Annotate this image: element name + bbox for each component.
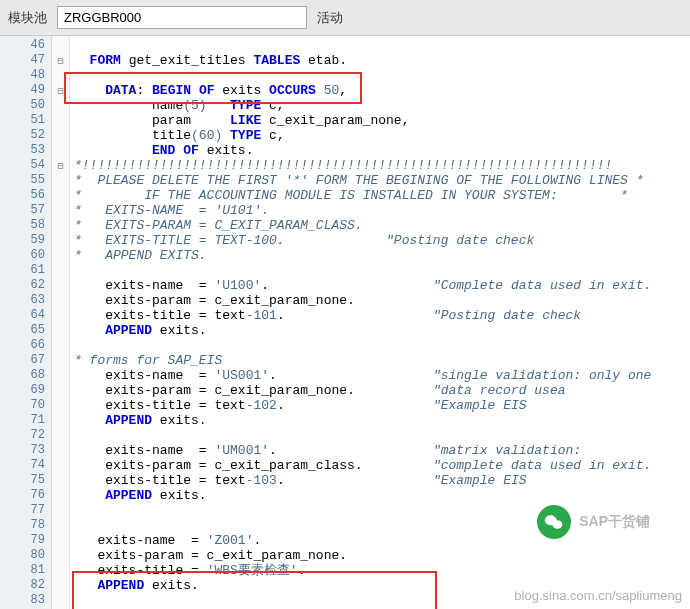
fold-marker[interactable] — [52, 323, 69, 338]
fold-marker[interactable] — [52, 518, 69, 533]
line-number: 66 — [0, 338, 51, 353]
fold-marker[interactable] — [52, 398, 69, 413]
fold-marker[interactable] — [52, 563, 69, 578]
line-number: 64 — [0, 308, 51, 323]
header-bar: 模块池 活动 — [0, 0, 690, 36]
fold-marker[interactable] — [52, 503, 69, 518]
code-line: exits-name = 'US001'. "single validation… — [70, 368, 690, 383]
fold-marker[interactable]: ⊟ — [52, 158, 69, 173]
code-line: * IF THE ACCOUNTING MODULE IS INSTALLED … — [70, 188, 690, 203]
fold-marker[interactable] — [52, 473, 69, 488]
line-number: 50 — [0, 98, 51, 113]
fold-column: ⊟⊟⊟ — [52, 36, 70, 609]
code-line — [70, 38, 690, 53]
code-line: exits-name = 'UM001'. "matrix validation… — [70, 443, 690, 458]
line-number-gutter: 4647484950515253545556575859606162636465… — [0, 36, 52, 609]
fold-marker[interactable] — [52, 368, 69, 383]
code-line — [70, 263, 690, 278]
line-number: 76 — [0, 488, 51, 503]
code-line: * EXITS-PARAM = C_EXIT_PARAM_CLASS. — [70, 218, 690, 233]
fold-marker[interactable] — [52, 173, 69, 188]
line-number: 77 — [0, 503, 51, 518]
line-number: 69 — [0, 383, 51, 398]
fold-marker[interactable] — [52, 338, 69, 353]
line-number: 65 — [0, 323, 51, 338]
fold-marker[interactable] — [52, 128, 69, 143]
line-number: 56 — [0, 188, 51, 203]
fold-marker[interactable]: ⊟ — [52, 53, 69, 68]
code-line: * APPEND EXITS. — [70, 248, 690, 263]
fold-marker[interactable] — [52, 218, 69, 233]
code-line — [70, 428, 690, 443]
line-number: 73 — [0, 443, 51, 458]
fold-marker[interactable] — [52, 38, 69, 53]
fold-marker[interactable] — [52, 578, 69, 593]
line-number: 79 — [0, 533, 51, 548]
line-number: 53 — [0, 143, 51, 158]
fold-marker[interactable] — [52, 113, 69, 128]
fold-marker[interactable] — [52, 203, 69, 218]
watermark: blog.sina.com.cn/sapliumeng — [514, 588, 682, 603]
code-line: APPEND exits. — [70, 488, 690, 503]
fold-marker[interactable] — [52, 413, 69, 428]
code-line: * EXITS-TITLE = TEXT-100. "Posting date … — [70, 233, 690, 248]
fold-marker[interactable] — [52, 443, 69, 458]
fold-marker[interactable] — [52, 248, 69, 263]
fold-marker[interactable] — [52, 143, 69, 158]
line-number: 48 — [0, 68, 51, 83]
brand-badge: SAP干货铺 — [537, 505, 650, 539]
fold-marker[interactable] — [52, 263, 69, 278]
wechat-icon — [537, 505, 571, 539]
fold-marker[interactable] — [52, 428, 69, 443]
line-number: 72 — [0, 428, 51, 443]
line-number: 61 — [0, 263, 51, 278]
line-number: 58 — [0, 218, 51, 233]
code-line: FORM get_exit_titles TABLES etab. — [70, 53, 690, 68]
line-number: 82 — [0, 578, 51, 593]
line-number: 47 — [0, 53, 51, 68]
line-number: 75 — [0, 473, 51, 488]
code-line — [70, 68, 690, 83]
fold-marker[interactable] — [52, 68, 69, 83]
fold-marker[interactable] — [52, 353, 69, 368]
fold-marker[interactable] — [52, 188, 69, 203]
module-pool-input[interactable] — [57, 6, 307, 29]
fold-marker[interactable] — [52, 548, 69, 563]
code-line: exits-param = c_exit_param_class. "compl… — [70, 458, 690, 473]
code-line: exits-param = c_exit_param_none. — [70, 548, 690, 563]
fold-marker[interactable] — [52, 233, 69, 248]
code-line: * forms for SAP_EIS — [70, 353, 690, 368]
status-label: 活动 — [317, 9, 343, 27]
line-number: 51 — [0, 113, 51, 128]
line-number: 70 — [0, 398, 51, 413]
line-number: 60 — [0, 248, 51, 263]
fold-marker[interactable] — [52, 488, 69, 503]
line-number: 71 — [0, 413, 51, 428]
line-number: 46 — [0, 38, 51, 53]
code-line: title(60) TYPE c, — [70, 128, 690, 143]
line-number: 78 — [0, 518, 51, 533]
code-line: param LIKE c_exit_param_none, — [70, 113, 690, 128]
header-label: 模块池 — [8, 9, 47, 27]
line-number: 59 — [0, 233, 51, 248]
code-line: *!!!!!!!!!!!!!!!!!!!!!!!!!!!!!!!!!!!!!!!… — [70, 158, 690, 173]
fold-marker[interactable] — [52, 278, 69, 293]
fold-marker[interactable] — [52, 98, 69, 113]
code-line: END OF exits. — [70, 143, 690, 158]
code-line: APPEND exits. — [70, 413, 690, 428]
code-line: exits-title = text-103. "Example EIS — [70, 473, 690, 488]
brand-text: SAP干货铺 — [579, 513, 650, 531]
line-number: 83 — [0, 593, 51, 608]
fold-marker[interactable] — [52, 458, 69, 473]
code-line: exits-title = text-102. "Example EIS — [70, 398, 690, 413]
code-line: * PLEASE DELETE THE FIRST '*' FORM THE B… — [70, 173, 690, 188]
fold-marker[interactable]: ⊟ — [52, 83, 69, 98]
fold-marker[interactable] — [52, 533, 69, 548]
fold-marker[interactable] — [52, 383, 69, 398]
fold-marker[interactable] — [52, 308, 69, 323]
line-number: 57 — [0, 203, 51, 218]
code-line: exits-param = c_exit_param_none. "data r… — [70, 383, 690, 398]
fold-marker[interactable] — [52, 593, 69, 608]
code-line — [70, 338, 690, 353]
fold-marker[interactable] — [52, 293, 69, 308]
